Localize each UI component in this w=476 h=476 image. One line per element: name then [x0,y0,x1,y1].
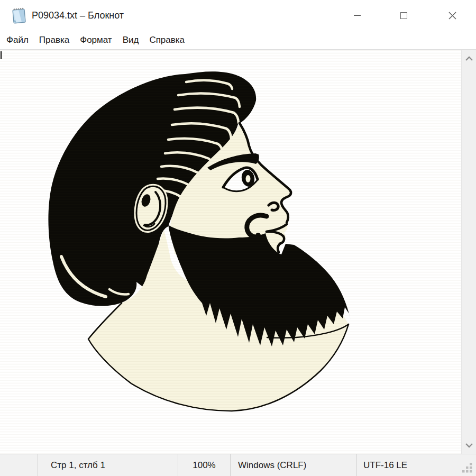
menu-file[interactable]: Файл [1,31,34,49]
scroll-down-button[interactable] [462,438,476,453]
bearded-man-illustration [0,50,461,454]
status-encoding-label: UTF-16 LE [363,460,407,471]
menu-format[interactable]: Формат [75,31,117,49]
maximize-icon [400,12,407,19]
status-blank-cell [0,454,38,476]
resize-grip[interactable] [462,463,473,473]
menu-edit[interactable]: Правка [34,31,75,49]
menu-view[interactable]: Вид [117,31,144,49]
titlebar[interactable]: P09034.txt – Блокнот [0,0,476,31]
status-line-endings: Windows (CRLF) [231,454,357,476]
statusbar: Стр 1, стлб 1 100% Windows (CRLF) UTF-16… [0,454,476,476]
close-icon [448,11,457,20]
notepad-icon [11,6,28,24]
menu-help[interactable]: Справка [144,31,190,49]
scanline-texture [0,50,461,454]
status-encoding: UTF-16 LE [357,454,476,476]
close-button[interactable] [440,0,464,31]
chevron-down-icon [465,443,473,448]
minimize-icon [354,15,361,16]
menubar: Файл Правка Формат Вид Справка [0,31,476,50]
window-title: P09034.txt – Блокнот [32,10,124,21]
chevron-up-icon [465,56,473,61]
vertical-scrollbar[interactable] [461,50,476,454]
maximize-button[interactable] [391,0,416,31]
status-cursor-position: Стр 1, стлб 1 [38,454,178,476]
minimize-button[interactable] [345,0,369,31]
status-zoom-level: 100% [178,454,231,476]
scroll-up-button[interactable] [462,51,476,66]
text-area[interactable] [0,50,476,454]
notepad-window: { "window": { "title": "P09034.txt – Бло… [0,0,476,476]
